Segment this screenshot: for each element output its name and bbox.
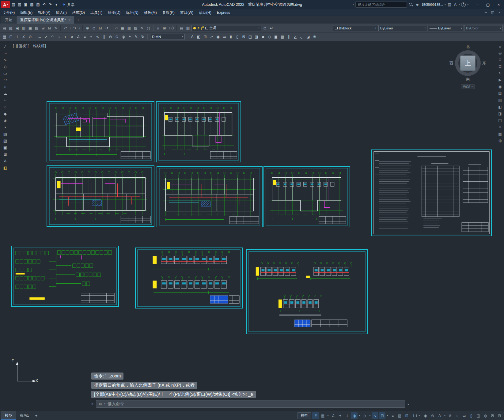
command-input[interactable]: ⊛ ▾ 键入命令 [96,400,405,408]
sun-properties-icon[interactable]: ☀ [497,124,503,130]
viewcube-west-label[interactable]: 西 [449,60,453,66]
viewport-design-notes-sheet[interactable] [371,149,492,236]
viewport-floor-plan-1[interactable] [47,101,154,162]
viewport-floor-plan-2[interactable] [156,101,241,162]
pan-tool-icon[interactable]: ⊕ [497,57,503,63]
tolerance-icon[interactable]: ⊕ [114,34,120,40]
menu-modify[interactable]: 修改(M) [141,9,160,16]
snap-toggle-icon[interactable]: ▦ [1,34,8,40]
zoom-realtime-icon[interactable]: ⊙ [91,25,97,31]
wcs-menu[interactable]: WCS ▾ [461,85,475,89]
measure-icon[interactable]: ⌀ [155,25,161,31]
doc-restore-button[interactable]: ◱ [489,10,496,14]
menu-insert[interactable]: 插入(I) [53,9,69,16]
workspace-switching-icon[interactable]: ⊛ [447,412,453,419]
thickness-icon[interactable]: ▮ [228,34,234,40]
command-close-icon[interactable]: × [91,402,93,406]
help-icon[interactable]: ? [461,2,466,7]
section-plane-icon[interactable]: ◨ [497,111,503,117]
point-style-icon[interactable]: ◉ [215,34,221,40]
polyline-tool-icon[interactable]: ∿ [2,57,9,63]
save-icon[interactable]: ▣ [23,1,29,8]
layer-control-dropdown[interactable]: ☀ 空调 ▾ [191,25,261,31]
gradient-tool-icon[interactable]: ▧ [2,138,9,144]
help-dropdown-icon[interactable]: ▾ [467,3,468,6]
new-file-icon[interactable]: ▤ [10,1,17,8]
drawing-canvas[interactable]: [-][俯视][二维线框] ∕∞∿◇▭◠○☁≈◌◆◈•▨▧▣⊞A◧ ▴◎⊕⊡↻▶… [0,41,504,411]
share-button[interactable]: ✈共享 [63,2,74,7]
autodesk-apps-icon[interactable]: A [453,2,457,7]
open-icon[interactable]: ▧ [8,25,14,31]
dimension-style-dropdown[interactable]: DIMN ▾ [150,34,185,40]
show-motion-icon[interactable]: ▶ [497,77,503,83]
annotation-monitor-icon[interactable]: ◌ [454,412,460,419]
search-icon[interactable] [408,2,413,7]
annotation-scale-control[interactable]: 1:1 ▾ [410,414,422,418]
menu-help[interactable]: 帮助(H) [196,9,214,16]
table-style-icon[interactable]: ⊞ [202,34,208,40]
wblock-icon[interactable]: ▣ [273,34,279,40]
dynamic-input-icon[interactable]: + [337,412,343,419]
make-block-tool-icon[interactable]: ◈ [2,118,9,124]
autodesk-apps-dropdown-icon[interactable]: ▾ [459,3,460,6]
menu-format[interactable]: 格式(O) [70,9,88,16]
circle-tool-icon[interactable]: ○ [2,84,9,90]
open-file-icon[interactable]: ▧ [17,1,23,8]
dim-angular-icon[interactable]: ∠ [75,34,81,40]
dim-radius-icon[interactable]: ◐ [62,34,69,40]
redo-icon[interactable]: ↷ [47,1,53,8]
autoscale-icon[interactable]: ⊚ [429,412,436,419]
snap-mode-icon[interactable]: ▦ [319,412,326,419]
viewcube-top-face[interactable]: 上 [460,55,476,71]
text-tool-icon[interactable]: A [2,158,9,164]
dim-space-icon[interactable]: ∥ [101,34,107,40]
dim-ordinate-icon[interactable]: ↕ [56,34,62,40]
close-button[interactable]: × [493,0,504,9]
construction-line-tool-icon[interactable]: ∞ [2,50,9,56]
plotstyle-control-dropdown[interactable]: ByColor ▾ [464,25,503,31]
qat-customize-icon[interactable]: ▾ [53,1,59,8]
line-tool-icon[interactable]: ∕ [2,44,9,50]
dim-arc-icon[interactable]: ◠ [49,34,56,40]
full-navigation-wheel-icon[interactable]: ◎ [497,50,503,56]
point-tool-icon[interactable]: • [2,124,9,131]
xref-icon[interactable]: ◨ [253,34,260,40]
osnap-settings-icon[interactable]: ⊠ [241,34,247,40]
undo-icon[interactable]: ↶ [62,25,69,31]
properties-palette-icon[interactable]: ▱ [113,25,119,31]
viewcube-east-label[interactable]: 东 [482,60,486,66]
viewport-section-elevation-2[interactable] [246,249,368,334]
infer-constraints-icon[interactable]: ∠ [330,412,336,419]
viewport-controls[interactable]: [-][俯视][二维线框] [13,44,46,49]
explode-icon[interactable]: ✳ [311,34,318,40]
color-control-dropdown[interactable]: ByBlock ▾ [333,25,378,31]
new-layout-tab-button[interactable]: + [33,411,40,420]
qsave-icon[interactable]: ▣ [14,25,21,31]
redo-dropdown-icon[interactable]: ▾ [78,25,81,31]
ortho-mode-icon[interactable]: ⊥ [344,412,351,419]
redo-icon[interactable]: ↷ [72,25,78,31]
clean-screen-icon[interactable]: ⊡ [496,412,503,419]
dim-continue-icon[interactable]: ∿ [94,34,101,40]
mirror-icon[interactable]: ◭ [292,34,298,40]
viewcube-south-label[interactable]: 南 [445,77,491,82]
tab-close-icon[interactable]: × [69,18,70,22]
transparency-icon[interactable]: ▨ [396,412,403,419]
chamfer-icon[interactable]: ◢ [305,34,311,40]
undo-icon[interactable]: ↶ [41,1,47,8]
dim-quick-icon[interactable]: ≡ [81,34,88,40]
layer-previous-icon[interactable]: ↩ [268,25,275,31]
polar-dropdown-icon[interactable]: ▾ [358,412,361,419]
viewcube-settings-icon[interactable]: ◉ [497,84,503,90]
paste-clip-icon[interactable]: ⊟ [46,25,53,31]
dim-update-icon[interactable]: ↻ [139,34,146,40]
markup-import-icon[interactable]: ✎ [139,25,145,31]
center-mark-icon[interactable]: ◎ [120,34,127,40]
osnap-dropdown-icon[interactable]: ▾ [386,412,389,419]
units-display-icon[interactable]: ▭ [461,412,468,419]
quick-properties-icon[interactable]: ▯ [468,412,475,419]
lineweight-control-dropdown[interactable]: ByLayer ▾ [428,25,464,31]
lineweight-display-icon[interactable]: ≡ [389,412,396,419]
new-tab-button[interactable]: + [75,16,81,24]
text-style-icon[interactable]: A [189,34,195,40]
